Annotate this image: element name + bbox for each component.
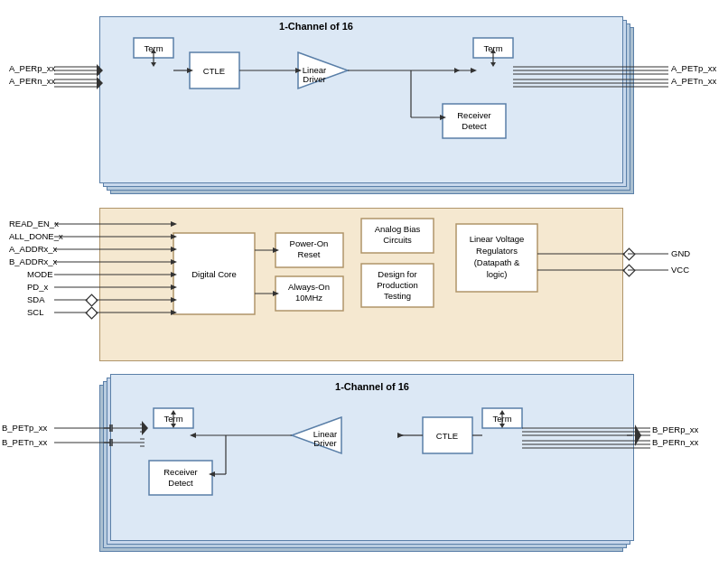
vcc-diamond — [623, 265, 635, 276]
readen-label: READ_EN_x — [9, 219, 59, 229]
bpetp-label: B_PETp_xx — [2, 423, 47, 433]
top-channel-main — [99, 16, 623, 183]
diagram-container: 1-Channel of 16 Term Term CTLE Linear Dr… — [0, 0, 728, 569]
apetp-label: A_PETp_xx — [671, 63, 716, 73]
apetn-label: A_PETn_xx — [671, 76, 716, 86]
sda-label: SDA — [27, 294, 45, 304]
apern-label: A_PERn_xx — [9, 76, 55, 86]
mode-label: MODE — [27, 269, 53, 279]
bpern-label: B_PERn_xx — [652, 437, 698, 447]
mid-block — [99, 208, 623, 361]
aaddr-label: A_ADDRx_x — [9, 244, 58, 254]
aperp-label: A_PERp_xx — [9, 63, 55, 73]
pdx-label: PD_x — [27, 282, 48, 292]
gnd-label: GND — [671, 248, 690, 258]
gnd-diamond — [623, 248, 635, 260]
vcc-label: VCC — [671, 265, 689, 275]
alldone-label: ALL_DONE_x — [9, 231, 63, 241]
bpetn-label: B_PETn_xx — [2, 437, 47, 447]
scl-label: SCL — [27, 307, 43, 317]
bot-channel-main — [110, 374, 634, 541]
arrow-bper-in — [635, 424, 641, 446]
baddr-label: B_ADDRx_x — [9, 257, 58, 266]
scl-diamond — [86, 307, 98, 319]
bperp-label: B_PERp_xx — [652, 424, 698, 434]
sda-diamond — [86, 294, 98, 306]
